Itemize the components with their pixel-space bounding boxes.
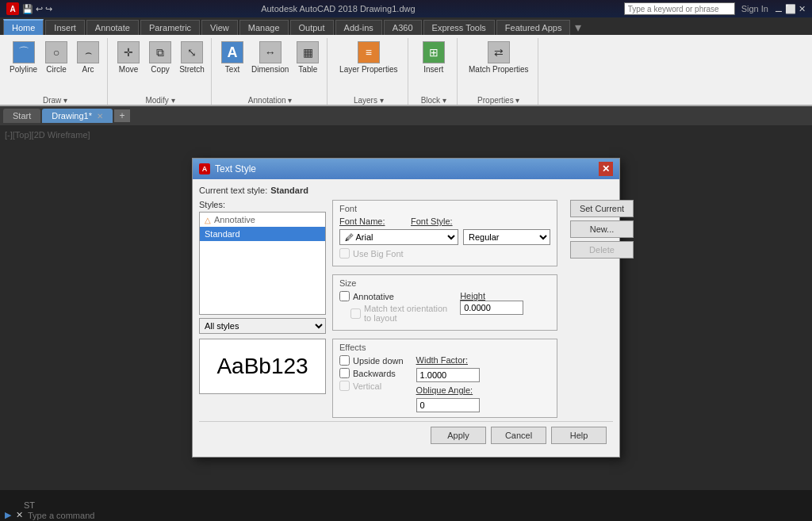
ribbon-toggle-icon[interactable]: ▾ — [575, 20, 581, 35]
dialog-title-bar-left: A Text Style — [199, 163, 256, 174]
apply-button[interactable]: Apply — [431, 427, 486, 444]
doc-tab-start[interactable]: Start — [3, 109, 40, 123]
layer-properties-button[interactable]: ≡ Layer Properties — [338, 40, 399, 75]
circle-button[interactable]: ○ Circle — [42, 40, 71, 75]
ribbon-group-block-content: ⊞ Insert — [419, 40, 448, 94]
text-label: Text — [225, 65, 239, 74]
command-output: ST — [5, 500, 807, 510]
help-button[interactable]: Help — [551, 427, 607, 444]
modal-overlay: A Text Style ✕ Current text style: Stand… — [0, 125, 812, 490]
tab-output[interactable]: Output — [290, 20, 334, 35]
dialog-close-button[interactable]: ✕ — [599, 162, 613, 176]
move-button[interactable]: ✛ Move — [114, 40, 143, 75]
quick-access-toolbar: 💾 ↩ ↪ — [22, 4, 52, 14]
dialog-title-text: Text Style — [215, 163, 256, 174]
dialog-main-layout: Styles: △ Annotative Standard — [199, 200, 613, 418]
stretch-button[interactable]: ⤡ Stretch — [178, 40, 206, 75]
upside-down-label: Upside down — [353, 356, 404, 366]
stretch-label: Stretch — [179, 65, 205, 74]
dimension-button[interactable]: ↔ Dimension — [250, 40, 290, 75]
sign-in-link[interactable]: Sign In — [741, 4, 768, 13]
vertical-checkbox[interactable] — [339, 381, 350, 391]
style-item-annotative[interactable]: △ Annotative — [200, 213, 325, 227]
set-current-button[interactable]: Set Current — [570, 200, 634, 217]
annotation-group-label: Annotation ▾ — [218, 96, 322, 105]
upside-down-row: Upside down — [339, 355, 404, 366]
match-properties-button[interactable]: ⇄ Match Properties — [467, 40, 530, 75]
preview-text: AaBb123 — [216, 354, 308, 379]
doc-tabs: Start Drawing1* ✕ + — [0, 106, 812, 125]
backwards-label: Backwards — [353, 369, 396, 378]
ribbon-group-draw: ⌒ Polyline ○ Circle ⌢ Arc Draw ▾ — [3, 38, 108, 105]
tab-home[interactable]: Home — [3, 19, 44, 35]
tab-a360[interactable]: A360 — [384, 20, 422, 35]
tab-featured-apps[interactable]: Featured Apps — [496, 20, 571, 35]
ribbon-group-layers: ≡ Layer Properties Layers ▾ — [329, 38, 408, 105]
annotative-style-icon: △ — [205, 216, 211, 224]
text-button[interactable]: A Text — [218, 40, 247, 75]
command-input-field[interactable] — [28, 511, 807, 520]
move-label: Move — [119, 65, 138, 74]
draw-group-label: Draw ▾ — [8, 96, 102, 105]
doc-tab-drawing1[interactable]: Drawing1* ✕ — [42, 109, 113, 123]
new-style-button[interactable]: New... — [570, 220, 634, 238]
copy-button[interactable]: ⧉ Copy — [146, 40, 174, 75]
ribbon-group-properties-content: ⇄ Match Properties — [467, 40, 530, 94]
backwards-checkbox[interactable] — [339, 368, 350, 378]
tab-manage[interactable]: Manage — [239, 20, 289, 35]
size-panel-content: Annotative Match text orientationto layo… — [339, 291, 550, 325]
use-big-font-checkbox[interactable] — [339, 248, 350, 259]
delete-button[interactable]: Delete — [570, 241, 634, 259]
size-left: Annotative Match text orientationto layo… — [339, 291, 447, 325]
oblique-angle-input[interactable] — [416, 398, 480, 412]
new-tab-button[interactable]: + — [114, 109, 130, 122]
insert-label: Insert — [423, 65, 443, 74]
doc-tab-close-icon[interactable]: ✕ — [97, 112, 103, 121]
properties-group-label: Properties ▾ — [464, 96, 533, 105]
style-item-standard[interactable]: Standard — [200, 227, 325, 241]
table-button[interactable]: ▦ Table — [293, 40, 322, 75]
arc-button[interactable]: ⌢ Arc — [74, 40, 102, 75]
height-label: Height — [460, 291, 523, 301]
layers-group-label: Layers ▾ — [334, 96, 403, 105]
width-factor-input[interactable] — [416, 368, 480, 382]
styles-filter-select[interactable]: All styles — [199, 318, 326, 334]
copy-icon: ⧉ — [149, 41, 171, 63]
height-input[interactable] — [460, 301, 523, 315]
tab-parametric[interactable]: Parametric — [140, 20, 200, 35]
font-name-select[interactable]: 🖉 Arial — [339, 229, 458, 245]
keyword-search-input[interactable] — [624, 2, 735, 15]
styles-list[interactable]: △ Annotative Standard — [199, 212, 326, 315]
command-prompt-symbol: ✕ — [16, 510, 23, 520]
drawing-area[interactable]: [-][Top][2D Wireframe] A Text Style ✕ Cu… — [0, 125, 812, 490]
font-name-label: Font Name: — [339, 216, 403, 226]
font-panel: Font Font Name: Font Style: 🖉 Arial — [332, 200, 557, 266]
polyline-button[interactable]: ⌒ Polyline — [8, 40, 39, 75]
tab-addins[interactable]: Add-ins — [335, 20, 382, 35]
tab-express-tools[interactable]: Express Tools — [423, 20, 495, 35]
font-style-select[interactable]: Regular Bold Italic — [463, 229, 550, 245]
vertical-label: Vertical — [353, 381, 381, 391]
tab-insert[interactable]: Insert — [45, 20, 85, 35]
use-big-font-label: Use Big Font — [353, 249, 404, 259]
insert-button[interactable]: ⊞ Insert — [419, 40, 448, 75]
font-name-row: Font Name: Font Style: — [339, 216, 550, 226]
stretch-icon: ⤡ — [181, 41, 203, 63]
annotative-checkbox[interactable] — [339, 291, 350, 301]
dialog-left-column: Styles: △ Annotative Standard — [199, 200, 326, 418]
dialog-body: Current text style: Standard Styles: △ A… — [193, 179, 619, 457]
tab-annotate[interactable]: Annotate — [86, 20, 139, 35]
font-panel-title: Font — [339, 204, 550, 213]
annotative-style-label: Annotative — [214, 215, 255, 224]
dialog-title-bar: A Text Style ✕ — [193, 159, 619, 179]
window-controls[interactable]: ⚊ ⬜ ✕ — [775, 4, 806, 14]
match-orient-checkbox[interactable] — [350, 308, 361, 319]
tab-view[interactable]: View — [201, 20, 238, 35]
layer-properties-label: Layer Properties — [339, 65, 397, 74]
upside-down-checkbox[interactable] — [339, 355, 350, 366]
cancel-button[interactable]: Cancel — [491, 427, 546, 444]
dimension-label: Dimension — [251, 65, 289, 74]
doc-tab-start-label: Start — [13, 111, 31, 121]
title-bar-right: Sign In ⚊ ⬜ ✕ — [624, 2, 806, 15]
font-controls-row: 🖉 Arial Regular Bold Italic — [339, 229, 550, 245]
